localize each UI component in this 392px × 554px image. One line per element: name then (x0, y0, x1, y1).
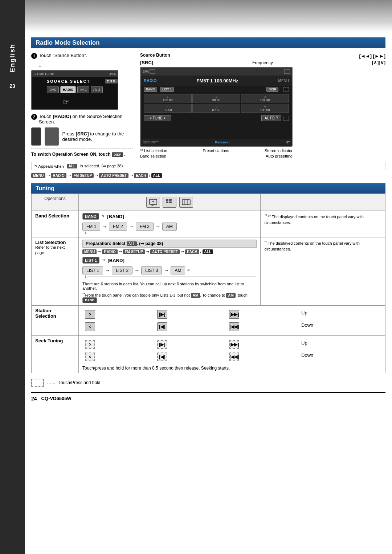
page-number: 24 (31, 396, 37, 402)
mp-menu: MENU (31, 173, 45, 178)
seek-note: Touch/press and hold for more than 0.5 s… (82, 366, 381, 371)
ann-stereo-indicator: Stereo indicator (265, 148, 293, 153)
keypad-icon (163, 197, 176, 208)
mp-all: ALL (151, 173, 162, 178)
band-selection-note: *² *² The displayed contents on the touc… (261, 211, 385, 237)
seek-tuning-label: Seek Tuning (32, 335, 79, 373)
fm3-pill: FM 3 (136, 223, 154, 231)
list-selection-content: Preparation: Select ALL. (➡ page 38) MEN… (79, 237, 261, 306)
prep-box: Preparation: Select ALL. (➡ page 38) (82, 240, 257, 248)
down-skip-btn: [◀◀] (229, 322, 239, 331)
radio-screen: SRC RADIO FM5T-1 108.00MHz MENU BAND LIS… (140, 67, 293, 147)
up-skip-btn: [▶▶] (229, 310, 239, 319)
list3-pill: LIST 3 (141, 266, 162, 274)
list2-pill: LIST 2 (112, 266, 132, 274)
radio-mode-content: 1 Touch “Source Button”. ↓ 5-42dB BAND 4… (31, 53, 385, 158)
svg-rect-5 (182, 200, 190, 205)
operations-label: Operations (44, 196, 66, 201)
preset-3: 3107.90 (241, 94, 289, 103)
source-title: SOURCE SELECT END (32, 77, 118, 85)
source-select-screen: 5-42dB BAND 4:56 SOURCE SELECT END DVD R… (31, 70, 118, 110)
up-dir: Up (299, 309, 381, 320)
press-src-row: Press [SRC] to change to the desired mod… (31, 127, 133, 149)
rs-autop: AUTO.P (261, 115, 281, 121)
menu-path-1: MENU ⇒ RADIO ⇒ FM SETUP ⇒ AUTO PRESET ⇒ … (31, 173, 385, 178)
tuning-section: Tuning Operations (31, 183, 385, 402)
band-bracket-label: [BAND] (107, 214, 124, 219)
step2: 2 Touch (RADIO) on the Source Selection … (31, 114, 133, 125)
touch-disp-row: To switch Operation Screen ON, touch DIS… (31, 152, 133, 157)
band-selection-content: BAND *² [BAND] – FM 1 → FM 2 → FM 3 (79, 211, 261, 237)
rs-list-btn: LIST 1 (160, 87, 174, 92)
lmp-autopreset: AUTO PRESET (150, 249, 180, 254)
list1-button: LIST 1 (82, 257, 99, 264)
seek-up-touch-btn: > (85, 340, 95, 349)
rs-brand: RADIO (144, 78, 156, 83)
end-btn: END (105, 79, 118, 83)
radio-btn: RADIO (60, 86, 76, 93)
station-up-row: > [▶] [▶▶] Up (83, 309, 381, 320)
src-label: [SRC] (140, 60, 153, 65)
ops-label-cell: Operations (32, 194, 79, 211)
step1-text: Touch “Source Button”. (39, 53, 87, 58)
seek-tuning-content: > [▶] [▶▶] Up < [◀] [◀◀] Down Touch/pres… (79, 335, 385, 373)
rs-brand-bottom: Panasonic (215, 140, 230, 144)
list-info2: *³From the touch panel, you can toggle o… (82, 292, 257, 303)
list-selection-sub: Refer to the next page. (35, 245, 65, 255)
ann-list-selection: *¹ List selection (140, 148, 167, 153)
seek-down-skip-btn: [◀◀] (229, 353, 239, 361)
down-touch-btn: < (85, 322, 95, 331)
rs-band-row: BAND LIST 1 DISP (141, 86, 292, 93)
seek-down-dir: Down (299, 351, 381, 363)
seek-down-touch-btn: < (85, 353, 95, 361)
up-bracket-btn: [▶] (157, 310, 167, 319)
rs-menu: MENU (278, 79, 289, 83)
station-table: > [▶] [▶▶] Up < [◀] [◀◀] Down (82, 308, 381, 333)
station-selection-content: > [▶] [▶▶] Up < [◀] [◀◀] Down (79, 305, 385, 335)
sidebar-number: 23 (9, 83, 15, 89)
footnote-legend: …… Touch/Press and hold (31, 377, 385, 388)
sidebar-language-label: English (9, 44, 16, 72)
ann-band-selection: Band selection (140, 154, 166, 158)
am-pill: AM (162, 223, 177, 231)
seek-down-bracket-btn: [◀] (157, 353, 167, 361)
preset-1: 1108.00 (144, 94, 192, 103)
radio-mode-section-header: Radio Mode Selection (31, 37, 385, 48)
left-column: 1 Touch “Source Button”. ↓ 5-42dB BAND 4… (31, 53, 133, 158)
bracket-btns: [◄◄] [►►] (359, 53, 385, 59)
station-selection-row: StationSelection > [▶] [▶▶] Up < [◀] (32, 305, 385, 335)
lmp-fmsetup: FM SETUP (123, 249, 145, 254)
radio-labels-top: Source Button [◄◄] [►►] (140, 53, 385, 59)
rs-disp-btn: DISP (266, 87, 278, 92)
remote-icon2 (45, 127, 58, 146)
seek-up-dir: Up (299, 339, 381, 350)
screen-header-bar: 5-42dB BAND 4:56 (32, 71, 118, 77)
legend-text: Touch/Press and hold (58, 380, 100, 385)
list-selection-label: List Selection Refer to the next page. (32, 237, 79, 306)
station-down-row: < [◀] [◀◀] Down (83, 321, 381, 333)
preset-5: 587.50 (192, 104, 240, 113)
list-info1: There are 6 stations in each list. You c… (82, 282, 257, 290)
tuning-header: Tuning (31, 183, 385, 194)
svg-rect-2 (169, 199, 172, 201)
ann-preset-stations: Preset stations (203, 148, 229, 153)
menu-path-list: MENU ⇒ RADIO ⇒ FM SETUP ⇒ AUTO PRESET ⇒ … (82, 249, 257, 254)
step2-num: 2 (31, 114, 37, 120)
press-src-text: Press [SRC] to change to the desired mod… (62, 131, 133, 142)
list1-pill: LIST 1 (82, 266, 103, 274)
footnote-star1: *¹ Appears when (34, 164, 64, 168)
lmp-each: EACH (185, 249, 199, 254)
arrow-down: ↓ (38, 62, 133, 68)
bracket-btns2: [∧][∨] (372, 60, 385, 65)
dashed-rect-legend (31, 379, 44, 387)
ops-icon-cell (79, 194, 261, 211)
lmp-all: ALL (203, 249, 213, 254)
svg-rect-3 (166, 201, 168, 203)
list-selection-row: List Selection Refer to the next page. P… (32, 237, 385, 306)
radio-label: (RADIO) (53, 114, 71, 119)
svg-rect-1 (166, 199, 168, 201)
rs-freq: FM5T-1 108.00MHz (159, 78, 275, 83)
seek-down-row: < [◀] [◀◀] Down (83, 351, 381, 363)
mp-fmsetup: FM SETUP (72, 173, 94, 178)
lmp-radio: RADIO (102, 249, 117, 254)
